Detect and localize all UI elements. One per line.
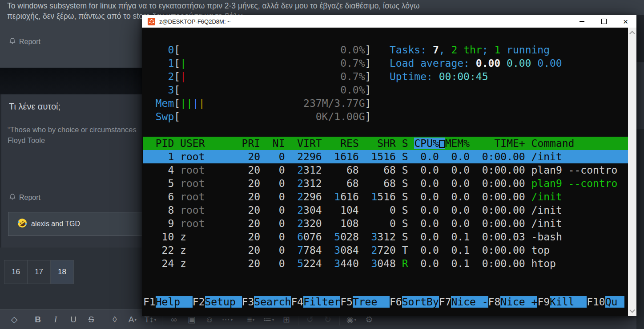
close-icon: × [623, 17, 628, 26]
cpu-memory-meter-line: Swp[ 0K/1.00G] [143, 110, 628, 123]
sort-indicator-icon [439, 140, 445, 148]
bell-icon [9, 193, 16, 202]
chevron-down-icon: ▾ [272, 317, 274, 322]
fnkey-f1-button[interactable]: Help [156, 296, 193, 308]
process-row-pid-5[interactable]: 5 root 20 0 2312 68 68 S 0.0 0.0 0:00.00… [143, 177, 628, 190]
maximize-icon [601, 19, 607, 24]
window-controls: × [571, 15, 636, 28]
cpu-memory-meter-line: 3[ 0.0%] [143, 83, 628, 97]
right-panel-edge [636, 15, 644, 62]
pagination: 161718 [4, 260, 74, 284]
page-button-17[interactable]: 17 [28, 260, 51, 284]
chevron-down-icon: ▾ [253, 317, 255, 322]
report-link[interactable]: Report [9, 193, 40, 202]
fnkey-label-f6: F6 [390, 296, 402, 308]
page-button-18[interactable]: 18 [51, 260, 74, 284]
minimize-button[interactable] [571, 15, 593, 28]
process-row-pid-1[interactable]: 1 root 20 0 2296 1616 1516 S 0.0 0.0 0:0… [143, 150, 628, 163]
maximize-button[interactable] [593, 15, 615, 28]
fnkey-f9-button[interactable]: Kill [550, 296, 587, 308]
terminal-content[interactable]: 0[ 0.0%] Tasks: 7, 2 thr; 1 running 1[| … [142, 28, 636, 316]
cpu-memory-meter-line: 0[ 0.0%] Tasks: 7, 2 thr; 1 running [143, 43, 628, 57]
scroll-up-icon[interactable] [629, 31, 635, 37]
quote-text: “Those who by choice or circumstances [8, 126, 137, 134]
process-row-pid-22[interactable]: 22 z 20 0 7784 3084 2720 T 0.0 0.1 0:00.… [143, 244, 628, 257]
fnkey-label-f2: F2 [193, 296, 205, 308]
fnkey-label-f5: F5 [340, 296, 353, 308]
process-row-pid-24[interactable]: 24 z 20 0 5224 3440 3048 R 0.0 0.1 0:00.… [143, 257, 628, 270]
report-link[interactable]: Report [9, 37, 40, 46]
scroll-down-icon[interactable] [629, 307, 635, 313]
fnkey-f2-button[interactable]: Setup [205, 296, 242, 308]
fnkey-label-f10: F10 [587, 296, 605, 308]
fnkey-f3-button[interactable]: Search [254, 296, 291, 308]
screen: Το windows subsystem for linux πήγα να τ… [0, 0, 644, 329]
process-row-pid-8[interactable]: 8 root 20 0 2304 104 0 S 0.0 0.0 0:00.00… [143, 203, 628, 217]
process-row-pid-4[interactable]: 4 root 20 0 2312 68 68 S 0.0 0.0 0:00.00… [143, 163, 628, 177]
htop-output: 0[ 0.0%] Tasks: 7, 2 thr; 1 running 1[| … [143, 43, 628, 270]
chevron-down-icon: ▾ [134, 317, 137, 322]
chevron-down-icon: ▾ [230, 317, 233, 322]
fnkey-f7-button[interactable]: Nice - [451, 296, 488, 308]
cpu-memory-meter-line: 2[| 0.7%] Uptime: 00:00:45 [143, 70, 628, 83]
highlight-color-icon[interactable]: ◊ [106, 314, 124, 325]
terminal-scrollbar[interactable] [628, 28, 636, 316]
blank-line [143, 123, 628, 137]
process-table-header[interactable]: PID USER PRI NI VIRT RES SHR S CPU%MEM% … [143, 137, 628, 150]
terminal-titlebar[interactable]: z@DESKTOP-F6Q2D8M: ~ × [142, 15, 636, 28]
process-row-pid-10[interactable]: 10 z 20 0 6076 5028 3312 S 0.0 0.1 0:00.… [143, 230, 628, 244]
page-button-16[interactable]: 16 [4, 260, 28, 284]
rofl-emoji-icon [17, 218, 27, 230]
cpu-memory-meter-line: Mem[|||| 237M/3.77G] [143, 97, 628, 110]
fnkey-label-f8: F8 [488, 296, 501, 308]
fnkey-f6-button[interactable]: SortBy [402, 296, 439, 308]
sort-column-header[interactable]: CPU% [414, 138, 445, 149]
fnkey-label-f7: F7 [439, 296, 451, 308]
post-heading: Τι λένε αυτοί; [9, 102, 60, 112]
report-label: Report [19, 194, 40, 202]
right-panel-edge [636, 129, 644, 329]
fnkey-f8-button[interactable]: Nice + [500, 296, 537, 308]
fnkey-label-f1: F1 [143, 296, 156, 308]
toolbar-group: ◇ [3, 314, 26, 325]
post-text: Το windows subsystem for linux πήγα να τ… [7, 1, 419, 11]
chevron-down-icon: ▾ [154, 317, 157, 322]
report-label: Report [19, 38, 40, 46]
toolbar-group: BIUS [26, 314, 103, 325]
bold-icon[interactable]: B [29, 314, 47, 325]
chevron-down-icon: ▾ [354, 317, 356, 322]
htop-function-bar: F1Help F2Setup F3SearchF4FilterF5Tree F6… [143, 295, 628, 309]
strikethrough-icon[interactable]: S [82, 314, 100, 325]
terminal-window: z@DESKTOP-F6Q2D8M: ~ × 0[ 0.0%] Tasks: 7… [142, 15, 636, 316]
process-row-pid-9[interactable]: 9 root 20 0 2320 108 0 S 0.0 0.0 0:00.00… [143, 217, 628, 230]
fnkey-label-f9: F9 [537, 296, 550, 308]
process-row-pid-6[interactable]: 6 root 20 0 2296 1616 1516 S 0.0 0.0 0:0… [143, 190, 628, 203]
font-color-icon[interactable]: A▾ [124, 314, 141, 325]
fnkey-label-f3: F3 [242, 296, 254, 308]
reaction-label: alexis and TGD [31, 220, 80, 228]
right-panel-edge [636, 62, 644, 129]
remove-format-icon[interactable]: ◇ [5, 314, 23, 325]
fnkey-f5-button[interactable]: Tree [353, 296, 390, 308]
close-button[interactable]: × [615, 15, 636, 28]
cpu-memory-meter-line: 1[| 0.7%] Load average: 0.00 0.00 0.00 [143, 57, 628, 70]
fnkey-f10-button[interactable]: Qu [605, 296, 625, 308]
bell-icon [9, 37, 16, 46]
fnkey-label-f4: F4 [291, 296, 303, 308]
fnkey-f4-button[interactable]: Filter [303, 296, 340, 308]
ubuntu-icon [148, 18, 155, 25]
window-title: z@DESKTOP-F6Q2D8M: ~ [159, 18, 231, 25]
quote-author: Floyd Toole [8, 136, 45, 145]
underline-icon[interactable]: U [64, 314, 82, 325]
minimize-icon [580, 21, 584, 21]
italic-icon[interactable]: I [47, 314, 64, 325]
